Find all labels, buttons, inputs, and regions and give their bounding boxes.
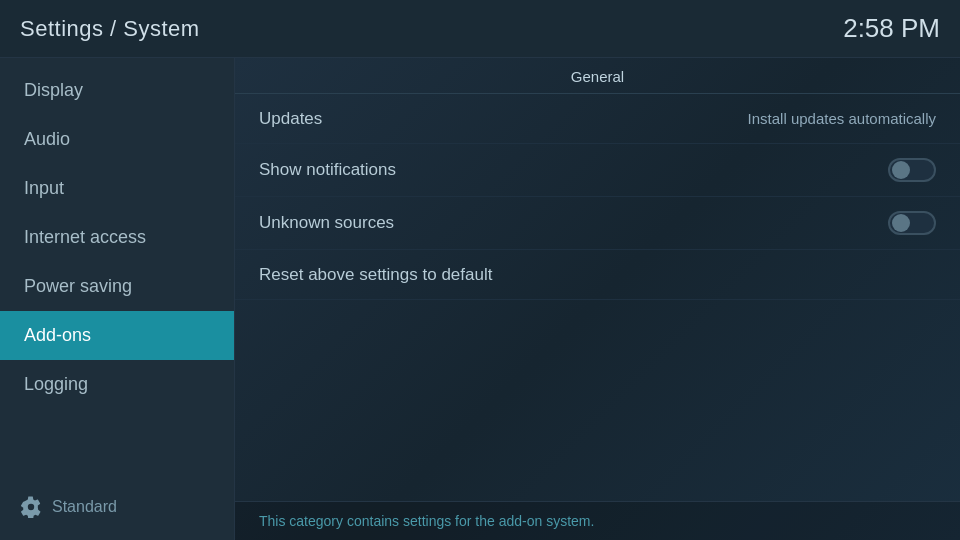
sidebar-item-input[interactable]: Input: [0, 164, 234, 213]
setting-row-reset[interactable]: Reset above settings to default: [235, 250, 960, 300]
setting-row-updates[interactable]: Updates Install updates automatically: [235, 94, 960, 144]
sidebar-item-power-saving[interactable]: Power saving: [0, 262, 234, 311]
toggle-show-notifications[interactable]: [888, 158, 936, 182]
sidebar-item-internet-access[interactable]: Internet access: [0, 213, 234, 262]
header: Settings / System 2:58 PM: [0, 0, 960, 58]
content-area: General Updates Install updates automati…: [235, 58, 960, 540]
sidebar-item-audio[interactable]: Audio: [0, 115, 234, 164]
setting-label-reset: Reset above settings to default: [259, 265, 492, 285]
clock: 2:58 PM: [843, 13, 940, 44]
gear-icon: [20, 496, 42, 518]
profile-level-label: Standard: [52, 498, 117, 516]
toggle-unknown-sources[interactable]: [888, 211, 936, 235]
setting-label-unknown-sources: Unknown sources: [259, 213, 394, 233]
content-footer: This category contains settings for the …: [235, 501, 960, 540]
toggle-knob-2: [892, 214, 910, 232]
app-container: Settings / System 2:58 PM Display Audio …: [0, 0, 960, 540]
section-header: General: [235, 58, 960, 94]
settings-list: Updates Install updates automatically Sh…: [235, 94, 960, 300]
setting-row-show-notifications[interactable]: Show notifications: [235, 144, 960, 197]
main-area: Display Audio Input Internet access Powe…: [0, 58, 960, 540]
setting-row-unknown-sources[interactable]: Unknown sources: [235, 197, 960, 250]
sidebar-item-add-ons[interactable]: Add-ons: [0, 311, 234, 360]
sidebar-item-display[interactable]: Display: [0, 66, 234, 115]
footer-description: This category contains settings for the …: [259, 513, 594, 529]
sidebar-footer: Standard: [0, 482, 234, 532]
setting-label-show-notifications: Show notifications: [259, 160, 396, 180]
setting-value-updates: Install updates automatically: [748, 110, 936, 127]
sidebar-item-logging[interactable]: Logging: [0, 360, 234, 409]
toggle-knob: [892, 161, 910, 179]
sidebar: Display Audio Input Internet access Powe…: [0, 58, 235, 540]
setting-label-updates: Updates: [259, 109, 322, 129]
content-inner: General Updates Install updates automati…: [235, 58, 960, 501]
page-title: Settings / System: [20, 16, 200, 42]
